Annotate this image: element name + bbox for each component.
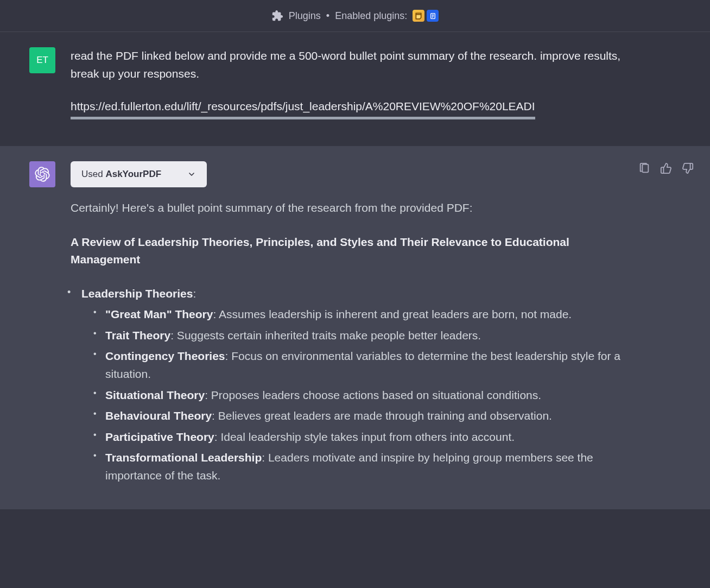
response-heading: A Review of Leadership Theories, Princip… bbox=[71, 233, 632, 269]
list-item: Contingency Theories: Focus on environme… bbox=[93, 347, 632, 383]
chevron-down-icon bbox=[187, 170, 196, 179]
response-body: Certainly! Here's a bullet point summary… bbox=[71, 199, 632, 484]
plugin-used-text: Used AskYourPDF bbox=[81, 169, 161, 180]
plugin-used-button[interactable]: Used AskYourPDF bbox=[71, 161, 207, 187]
list-item: "Great Man" Theory: Assumes leadership i… bbox=[93, 306, 632, 324]
user-url-link[interactable]: https://ed.fullerton.edu/lift/_resources… bbox=[71, 98, 535, 119]
sub-bullet-list: "Great Man" Theory: Assumes leadership i… bbox=[81, 306, 632, 484]
puzzle-icon bbox=[271, 10, 283, 22]
user-message-text: read the PDF linked below and provide me… bbox=[71, 47, 632, 83]
plugin-note-icon[interactable] bbox=[413, 10, 424, 22]
plugins-label: Plugins bbox=[289, 10, 321, 22]
plugins-header: Plugins • Enabled plugins: bbox=[0, 0, 710, 32]
user-avatar-initials: ET bbox=[36, 55, 48, 66]
thumbs-down-icon[interactable] bbox=[682, 162, 694, 174]
user-message-row: ET read the PDF linked below and provide… bbox=[0, 32, 710, 146]
user-message-content: read the PDF linked below and provide me… bbox=[71, 47, 697, 124]
openai-icon bbox=[35, 167, 50, 182]
enabled-plugins-label: Enabled plugins: bbox=[335, 10, 407, 22]
list-item: Situational Theory: Proposes leaders cho… bbox=[93, 387, 632, 404]
list-item: Participative Theory: Ideal leadership s… bbox=[93, 428, 632, 446]
svg-rect-1 bbox=[642, 165, 648, 173]
copy-icon[interactable] bbox=[638, 162, 650, 174]
response-intro: Certainly! Here's a bullet point summary… bbox=[71, 199, 632, 217]
header-separator: • bbox=[326, 10, 329, 22]
user-avatar: ET bbox=[29, 47, 55, 73]
top-bullet-list: Leadership Theories: "Great Man" Theory:… bbox=[71, 285, 632, 484]
plugin-document-icon[interactable] bbox=[427, 10, 439, 22]
assistant-message-content: Used AskYourPDF Certainly! Here's a bull… bbox=[71, 161, 697, 488]
assistant-message-row: Used AskYourPDF Certainly! Here's a bull… bbox=[0, 146, 710, 509]
list-item: Behavioural Theory: Believes great leade… bbox=[93, 407, 632, 425]
assistant-avatar bbox=[29, 161, 55, 187]
action-icons-group bbox=[638, 162, 694, 174]
list-item: Trait Theory: Suggests certain inherited… bbox=[93, 327, 632, 345]
list-item: Leadership Theories: "Great Man" Theory:… bbox=[71, 285, 632, 484]
list-item: Transformational Leadership: Leaders mot… bbox=[93, 449, 632, 484]
thumbs-up-icon[interactable] bbox=[660, 162, 672, 174]
plugin-icons-group bbox=[413, 10, 439, 22]
section-title: Leadership Theories bbox=[81, 287, 193, 300]
